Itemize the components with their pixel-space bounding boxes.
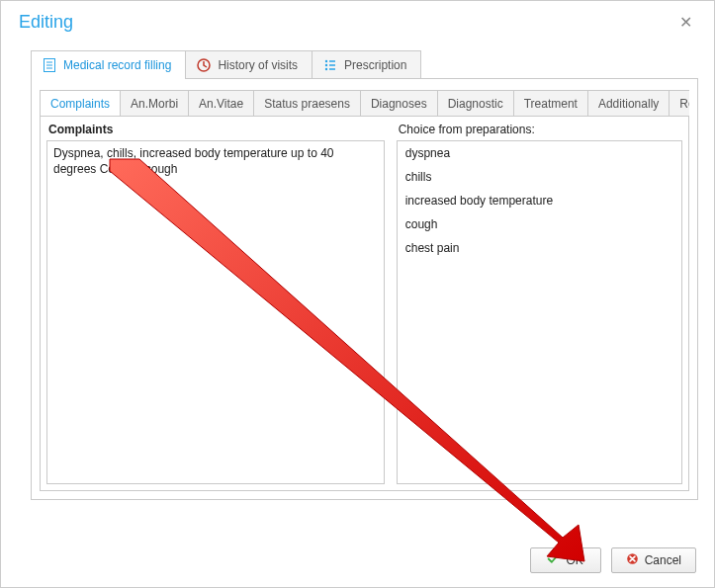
tab-history-of-visits[interactable]: History of visits — [185, 50, 313, 79]
history-icon — [196, 57, 212, 73]
tab-label: History of visits — [218, 58, 298, 72]
outer-tab-bar: Medical record filling History of visits… — [31, 49, 714, 78]
editing-dialog: Editing ✕ Medical record filling History… — [0, 0, 715, 588]
tab-label: Prescription — [344, 58, 406, 72]
inner-tab-additionally[interactable]: Additionally — [587, 90, 670, 116]
svg-point-6 — [325, 64, 327, 66]
cancel-label: Cancel — [645, 553, 681, 567]
cancel-icon — [626, 552, 639, 568]
document-lines-icon — [42, 57, 57, 73]
inner-tab-complaints[interactable]: Complaints — [40, 90, 121, 116]
list-item[interactable]: dyspnea — [398, 141, 681, 165]
complaints-left-column: Complaints Dyspnea, chills, increased bo… — [41, 117, 391, 490]
titlebar: Editing ✕ — [1, 1, 714, 42]
cancel-button[interactable]: Cancel — [611, 547, 696, 573]
inner-tab-bar: Complaints An.Morbi An.Vitae Status prae… — [40, 89, 689, 116]
close-icon[interactable]: ✕ — [673, 11, 698, 34]
ok-label: OK — [566, 553, 582, 567]
inner-tab-an-vitae[interactable]: An.Vitae — [188, 90, 254, 116]
preparations-header: Choice from preparations: — [397, 123, 682, 140]
dialog-footer: OK Cancel — [530, 547, 696, 573]
preparations-listbox[interactable]: dyspnea chills increased body temperatur… — [397, 140, 682, 484]
list-item[interactable]: chills — [398, 165, 681, 189]
inner-tab-an-morbi[interactable]: An.Morbi — [120, 90, 189, 116]
tab-prescription[interactable]: Prescription — [312, 50, 421, 79]
inner-tab-treatment[interactable]: Treatment — [513, 90, 588, 116]
inner-tab-diagnoses[interactable]: Diagnoses — [360, 90, 438, 116]
inner-tab-result[interactable]: Result — [669, 90, 689, 116]
svg-point-5 — [325, 60, 327, 62]
complaints-right-column: Choice from preparations: dyspnea chills… — [391, 117, 688, 490]
inner-tab-status-praesens[interactable]: Status praesens — [253, 90, 361, 116]
svg-point-7 — [325, 68, 327, 70]
list-item[interactable]: increased body temperature — [398, 189, 681, 212]
complaints-panel: Complaints Dyspnea, chills, increased bo… — [40, 116, 689, 491]
window-title: Editing — [19, 12, 73, 33]
list-item[interactable]: cough — [398, 212, 681, 236]
outer-panel: Complaints An.Morbi An.Vitae Status prae… — [31, 78, 698, 500]
complaints-textarea[interactable]: Dyspnea, chills, increased body temperat… — [46, 140, 385, 484]
ok-button[interactable]: OK — [530, 547, 601, 573]
inner-tab-diagnostic[interactable]: Diagnostic — [437, 90, 514, 116]
check-icon — [547, 552, 560, 568]
list-item[interactable]: chest pain — [398, 236, 681, 260]
tab-medical-record-filling[interactable]: Medical record filling — [31, 50, 186, 79]
complaints-header: Complaints — [46, 123, 385, 140]
tab-label: Medical record filling — [63, 58, 171, 72]
list-icon — [322, 57, 338, 73]
